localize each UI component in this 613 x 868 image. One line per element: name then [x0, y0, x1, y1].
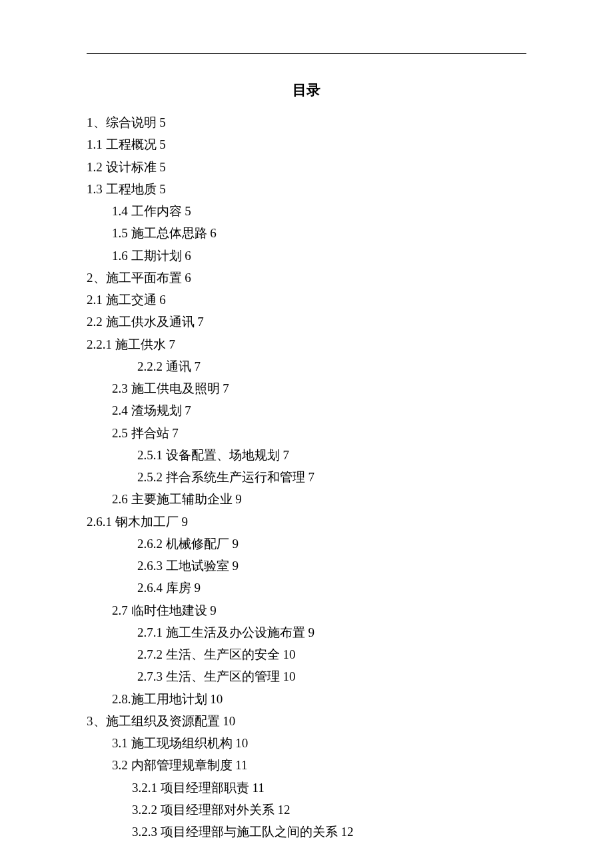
toc-entry: 2.7.3 生活、生产区的管理 10 [87, 665, 526, 687]
toc-entry: 3、施工组织及资源配置 10 [87, 710, 526, 732]
toc-entry: 2.3 施工供电及照明 7 [87, 377, 526, 399]
toc-entry: 2.5.2 拌合系统生产运行和管理 7 [87, 466, 526, 488]
toc-entry: 2.6.4 库房 9 [87, 577, 526, 599]
toc-entry: 2.5 拌合站 7 [87, 422, 526, 444]
toc-entry: 2、施工平面布置 6 [87, 267, 526, 289]
toc-entry: 1.1 工程概况 5 [87, 133, 526, 155]
toc-entry: 2.4 渣场规划 7 [87, 399, 526, 421]
header-rule [87, 53, 526, 54]
toc-entry: 3.2.2 项目经理部对外关系 12 [87, 799, 526, 821]
toc-entry: 3.2 内部管理规章制度 11 [87, 754, 526, 776]
toc-entry: 2.7.2 生活、生产区的安全 10 [87, 643, 526, 665]
toc-entry: 2.2.2 通讯 7 [87, 355, 526, 377]
toc-entry: 3.2.1 项目经理部职责 11 [87, 777, 526, 799]
toc-entry: 1.3 工程地质 5 [87, 178, 526, 200]
toc-entry: 1.6 工期计划 6 [87, 245, 526, 267]
toc-entry: 2.2 施工供水及通讯 7 [87, 311, 526, 333]
toc-entry: 2.2.1 施工供水 7 [87, 333, 526, 355]
toc-entry: 2.7 临时住地建设 9 [87, 599, 526, 621]
toc-entry: 3.2.3 项目经理部与施工队之间的关系 12 [87, 821, 526, 843]
table-of-contents: 1、综合说明 51.1 工程概况 51.2 设计标准 51.3 工程地质 51.… [87, 111, 526, 843]
toc-title: 目录 [87, 81, 526, 99]
toc-entry: 1、综合说明 5 [87, 111, 526, 133]
toc-entry: 1.4 工作内容 5 [87, 200, 526, 222]
toc-entry: 2.1 施工交通 6 [87, 289, 526, 311]
toc-entry: 2.6.3 工地试验室 9 [87, 555, 526, 577]
toc-entry: 2.6 主要施工辅助企业 9 [87, 488, 526, 510]
toc-entry: 2.5.1 设备配置、场地规划 7 [87, 444, 526, 466]
toc-entry: 2.7.1 施工生活及办公设施布置 9 [87, 621, 526, 643]
toc-entry: 2.8.施工用地计划 10 [87, 688, 526, 710]
toc-entry: 2.6.1 钢木加工厂 9 [87, 511, 526, 533]
toc-entry: 2.6.2 机械修配厂 9 [87, 533, 526, 555]
toc-entry: 3.1 施工现场组织机构 10 [87, 732, 526, 754]
toc-entry: 1.5 施工总体思路 6 [87, 222, 526, 244]
document-page: 目录 1、综合说明 51.1 工程概况 51.2 设计标准 51.3 工程地质 … [0, 0, 613, 868]
toc-entry: 1.2 设计标准 5 [87, 156, 526, 178]
